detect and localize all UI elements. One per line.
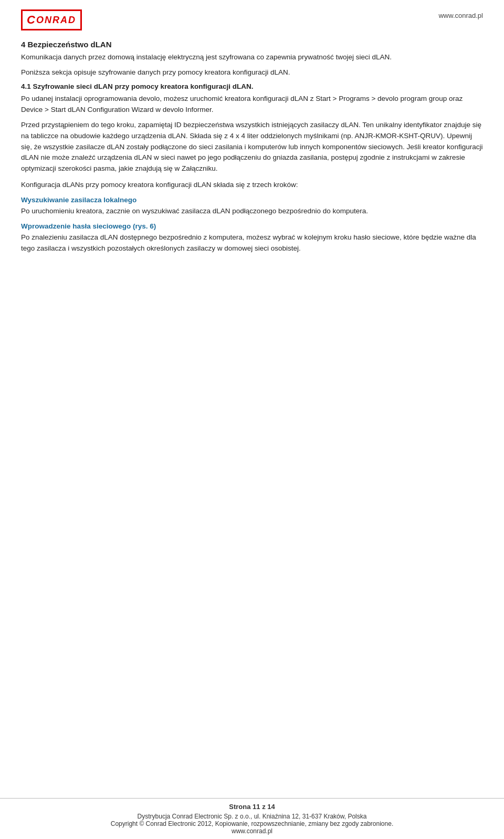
page-wrapper: C ONRAD www.conrad.pl 4 Bezpieczeństwo d… xyxy=(0,0,504,839)
logo-c-letter: C xyxy=(27,13,35,27)
page-current: 11 xyxy=(253,803,260,811)
paragraph-1: Komunikacja danych przez domową instalac… xyxy=(21,52,483,63)
subsection2-title: Wyszukiwanie zasilacza lokalnego xyxy=(21,196,483,204)
logo-text: ONRAD xyxy=(36,15,76,26)
page-total: 14 xyxy=(267,803,275,811)
paragraph-2: Poniższa sekcja opisuje szyfrowanie dany… xyxy=(21,67,483,78)
paragraph-3: Po udanej instalacji oprogramowania devo… xyxy=(21,94,483,116)
logo-area: C ONRAD xyxy=(21,9,82,30)
header: C ONRAD www.conrad.pl xyxy=(0,0,504,35)
page-number: Strona 11 z 14 xyxy=(21,803,483,811)
footer-url: www.conrad.pl xyxy=(21,827,483,835)
logo-box: C ONRAD xyxy=(21,9,82,30)
paragraph-4: Przed przystąpieniem do tego kroku, zapa… xyxy=(21,120,483,175)
footer-copyright: Copyright © Conrad Electronic 2012, Kopi… xyxy=(21,820,483,827)
subsection3-title: Wprowadzenie hasła sieciowego (rys. 6) xyxy=(21,222,483,230)
page-separator: z xyxy=(262,803,266,811)
website-url: www.conrad.pl xyxy=(438,9,483,19)
subsection1-title: 4.1 Szyfrowanie sieci dLAN przy pomocy k… xyxy=(21,82,483,90)
page-label: Strona xyxy=(229,803,250,811)
section-title: 4 Bezpieczeństwo dLAN xyxy=(21,40,483,49)
paragraph-5: Konfiguracja dLANs przy pomocy kreatora … xyxy=(21,180,483,191)
footer: Strona 11 z 14 Dystrybucja Conrad Electr… xyxy=(0,798,504,839)
footer-distributor: Dystrybucja Conrad Electronic Sp. z o.o.… xyxy=(21,813,483,820)
paragraph-7: Po znalezieniu zasilacza dLAN dostępnego… xyxy=(21,232,483,254)
main-content: 4 Bezpieczeństwo dLAN Komunikacja danych… xyxy=(0,35,504,798)
paragraph-6: Po uruchomieniu kreatora, zacznie on wys… xyxy=(21,206,483,217)
